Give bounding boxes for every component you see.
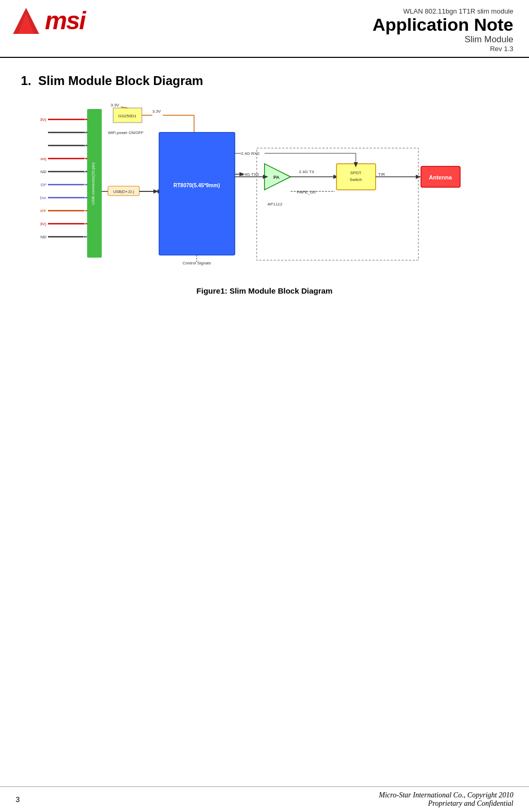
svg-text:LED(option): LED(option)	[40, 156, 46, 161]
header-main-title: Application Note	[372, 15, 513, 34]
header-right: WLAN 802.11bgn 1T1R slim module Applicat…	[372, 5, 513, 53]
svg-text:9: 9	[84, 222, 87, 226]
page-number: 3	[16, 795, 20, 804]
svg-text:WiFi power ON/OFF: WiFi power ON/OFF	[108, 130, 143, 135]
svg-text:3.3V: 3.3V	[152, 109, 161, 114]
svg-text:WIFI_POWER_OFF: WIFI_POWER_OFF	[40, 209, 46, 213]
svg-text:4: 4	[84, 156, 87, 161]
header-module: Slim Module	[372, 34, 513, 45]
svg-rect-67	[336, 164, 376, 190]
svg-text:VCC(3.3V): VCC(3.3V)	[40, 117, 46, 122]
figure-caption: Figure1: Slim Module Block Diagram	[197, 286, 333, 295]
msi-text-logo: msi	[45, 8, 85, 33]
svg-text:Switch: Switch	[350, 177, 362, 182]
block-diagram: USB connector(10 pin) VCC(3.3V) 1 2 3 LE…	[40, 99, 489, 276]
svg-text:PAPE_G0: PAPE_G0	[297, 190, 316, 195]
svg-text:10: 10	[83, 235, 88, 239]
svg-text:UDm: UDm	[40, 196, 46, 200]
svg-text:6: 6	[84, 183, 87, 187]
copyright-line1: Micro-Star International Co., Copyright …	[379, 791, 513, 799]
svg-text:7: 7	[84, 196, 87, 200]
svg-text:5: 5	[84, 169, 87, 174]
logo-area: msi	[10, 5, 125, 37]
diagram-svg: USB connector(10 pin) VCC(3.3V) 1 2 3 LE…	[40, 99, 489, 276]
svg-text:T/R: T/R	[378, 172, 385, 177]
copyright-line2: Proprietary and Confidential	[379, 799, 513, 808]
svg-text:AP1112: AP1112	[268, 202, 283, 207]
svg-text:UDP: UDP	[40, 183, 46, 187]
svg-text:PA: PA	[273, 175, 280, 180]
section-number: 1.	[21, 74, 31, 88]
header-subtitle: WLAN 802.11bgn 1T1R slim module	[372, 7, 513, 15]
section-title: 1. Slim Module Block Diagram	[21, 74, 508, 88]
svg-rect-48	[159, 132, 235, 255]
svg-text:VCC(3.3V): VCC(3.3V)	[40, 222, 46, 226]
svg-text:3.3V: 3.3V	[111, 103, 119, 107]
svg-text:GS250D1: GS250D1	[118, 114, 137, 118]
section-heading: Slim Module Block Diagram	[38, 74, 203, 88]
svg-text:RT8070(5.45*9mm): RT8070(5.45*9mm)	[174, 183, 220, 188]
svg-text:3: 3	[84, 143, 87, 148]
svg-text:SPDT: SPDT	[350, 171, 361, 175]
svg-text:Antenna: Antenna	[429, 174, 452, 180]
page-footer: 3 Micro-Star International Co., Copyrigh…	[0, 786, 529, 812]
svg-text:GND: GND	[40, 169, 46, 174]
footer-copyright: Micro-Star International Co., Copyright …	[379, 791, 513, 808]
svg-text:USB(D+,D-): USB(D+,D-)	[113, 189, 135, 194]
msi-logo-icon	[10, 5, 42, 37]
diagram-container: USB connector(10 pin) VCC(3.3V) 1 2 3 LE…	[21, 99, 508, 295]
svg-text:2.4G TX: 2.4G TX	[299, 169, 315, 174]
header-rev: Rev 1.3	[372, 45, 513, 53]
page-header: msi WLAN 802.11bgn 1T1R slim module Appl…	[0, 0, 529, 58]
svg-text:1: 1	[84, 117, 87, 122]
svg-text:GND: GND	[40, 235, 46, 239]
svg-text:USB connector(10 pin): USB connector(10 pin)	[91, 163, 95, 205]
main-content: 1. Slim Module Block Diagram USB connect…	[0, 58, 529, 342]
svg-text:2: 2	[84, 130, 87, 135]
svg-text:8: 8	[84, 209, 87, 213]
